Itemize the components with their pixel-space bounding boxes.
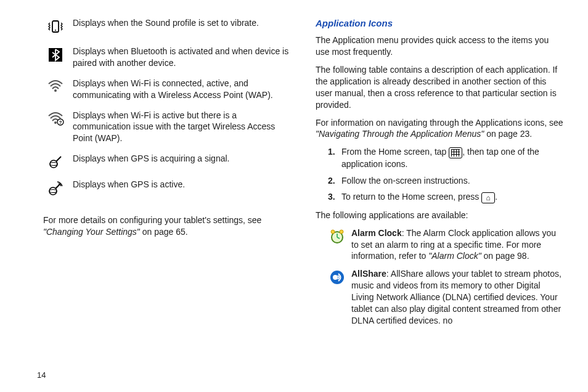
application-icons-heading: Application Icons bbox=[316, 17, 563, 30]
alarm-clock-icon bbox=[329, 229, 345, 245]
right-column: Application Icons The Application menu p… bbox=[316, 17, 563, 333]
step-3: 3. To return to the Home screen, press . bbox=[328, 191, 563, 203]
icon-description: Displays when the Sound profile is set t… bbox=[68, 17, 291, 29]
svg-point-11 bbox=[49, 190, 57, 193]
bluetooth-icon bbox=[47, 47, 63, 63]
allshare-icon bbox=[329, 269, 345, 285]
status-icon-row: Displays when Bluetooth is activated and… bbox=[43, 46, 291, 69]
svg-point-15 bbox=[340, 230, 343, 234]
gps-acquiring-icon bbox=[47, 154, 63, 170]
step-text-after: . bbox=[495, 192, 497, 202]
status-icon-row: ? Displays when Wi-Fi is active but ther… bbox=[43, 110, 291, 145]
note-prefix: For more details on configuring your tab… bbox=[43, 215, 261, 225]
icon-description: Displays when GPS is active. bbox=[68, 179, 291, 190]
nav-prefix: For information on navigating through th… bbox=[316, 118, 563, 128]
nav-suffix: on page 23. bbox=[484, 129, 532, 139]
app-description: AllShare: AllShare allows your tablet to… bbox=[346, 268, 563, 326]
settings-cross-reference: For more details on configuring your tab… bbox=[43, 214, 291, 238]
icon-description: Displays when Wi-Fi is active but there … bbox=[68, 110, 291, 145]
nav-link: "Navigating Through the Application Menu… bbox=[316, 129, 484, 139]
left-column: Displays when the Sound profile is set t… bbox=[43, 17, 291, 333]
svg-point-4 bbox=[54, 121, 57, 124]
gps-active-icon bbox=[47, 180, 64, 197]
svg-line-9 bbox=[56, 157, 61, 161]
status-icon-row: Displays when Wi-Fi is connected, active… bbox=[43, 78, 291, 101]
status-icon-row: Displays when GPS is acquiring a signal. bbox=[43, 153, 291, 170]
vibrate-icon bbox=[47, 18, 64, 37]
svg-point-14 bbox=[331, 230, 335, 234]
app-entry-alarm-clock: Alarm Clock: The Alarm Clock application… bbox=[316, 227, 563, 263]
app-intro-1: The Application menu provides quick acce… bbox=[316, 35, 563, 58]
step-text-before: From the Home screen, tap bbox=[341, 147, 449, 157]
icon-description: Displays when Wi-Fi is connected, active… bbox=[68, 78, 291, 101]
note-link: "Changing Your Settings" bbox=[43, 227, 140, 237]
svg-point-1 bbox=[55, 30, 56, 31]
wifi-issue-icon: ? bbox=[47, 111, 64, 126]
icon-description: Displays when Bluetooth is activated and… bbox=[68, 46, 291, 69]
svg-text:?: ? bbox=[59, 120, 62, 125]
home-button-icon bbox=[481, 192, 495, 203]
step-1: 1. From the Home screen, tap , then tap … bbox=[328, 146, 563, 169]
app-title: AllShare bbox=[351, 269, 386, 279]
step-text-before: To return to the Home screen, press bbox=[341, 192, 481, 202]
apps-grid-icon bbox=[449, 147, 462, 158]
page-number: 14 bbox=[37, 370, 46, 381]
wifi-connected-icon bbox=[47, 79, 64, 92]
step-number: 2. bbox=[328, 175, 335, 187]
step-number: 1. bbox=[328, 146, 335, 158]
status-icon-row: Displays when GPS is active. bbox=[43, 179, 291, 197]
app-link: "Alarm Clock" bbox=[428, 251, 481, 261]
app-description: Alarm Clock: The Alarm Clock application… bbox=[346, 227, 563, 263]
instruction-steps: 1. From the Home screen, tap , then tap … bbox=[316, 146, 563, 203]
app-intro-2: The following table contains a descripti… bbox=[316, 64, 563, 111]
step-2: 2. Follow the on-screen instructions. bbox=[328, 175, 563, 187]
svg-point-8 bbox=[50, 163, 57, 166]
step-number: 3. bbox=[328, 191, 335, 203]
app-text-after: on page 98. bbox=[481, 251, 529, 261]
status-icon-row: Displays when the Sound profile is set t… bbox=[43, 17, 291, 37]
app-title: Alarm Clock bbox=[351, 228, 402, 238]
note-suffix: on page 65. bbox=[140, 227, 188, 237]
navigation-cross-reference: For information on navigating through th… bbox=[316, 117, 563, 141]
apps-available-lead: The following applications are available… bbox=[316, 210, 563, 221]
svg-point-19 bbox=[333, 275, 338, 280]
icon-description: Displays when GPS is acquiring a signal. bbox=[68, 153, 291, 165]
step-text: Follow the on-screen instructions. bbox=[341, 176, 470, 186]
svg-point-3 bbox=[54, 89, 57, 92]
app-entry-allshare: AllShare: AllShare allows your tablet to… bbox=[316, 268, 563, 326]
